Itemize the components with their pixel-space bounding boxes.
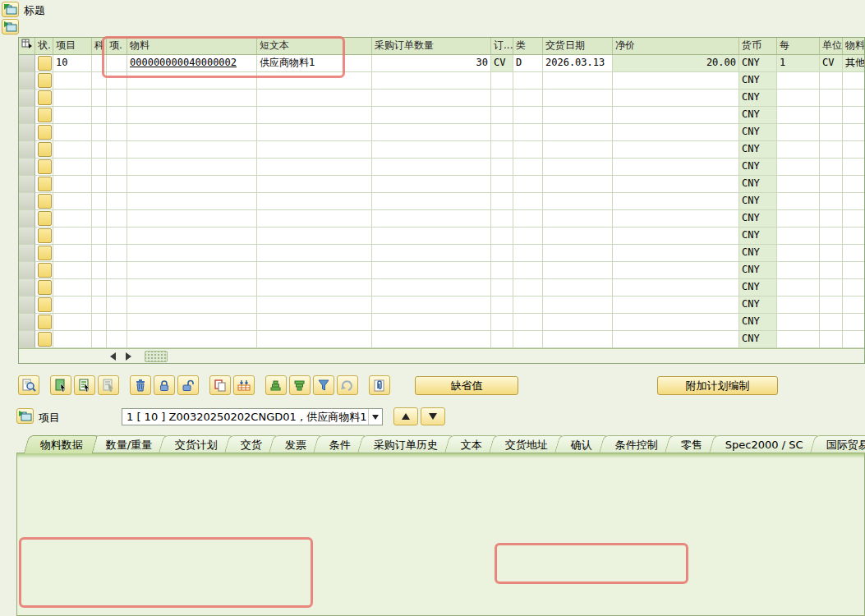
cell-currency[interactable]: CNY xyxy=(739,331,777,348)
status-cell[interactable] xyxy=(35,90,53,107)
cell-oun[interactable] xyxy=(491,262,513,279)
cell-currency[interactable]: CNY xyxy=(739,245,777,262)
cell-item[interactable] xyxy=(53,107,92,124)
cell-del_date[interactable] xyxy=(543,124,613,141)
cell-per[interactable] xyxy=(777,314,820,331)
cell-unit[interactable] xyxy=(820,279,843,297)
next-item-button[interactable] xyxy=(421,407,445,425)
cell-qty[interactable] xyxy=(372,210,491,228)
cell-mat_type[interactable] xyxy=(843,262,865,279)
cell-mat_type[interactable] xyxy=(843,193,865,210)
cell-item[interactable] xyxy=(53,262,92,279)
cell-short_text[interactable] xyxy=(257,193,372,210)
cell-net_price[interactable] xyxy=(613,262,739,279)
status-box[interactable] xyxy=(38,73,52,88)
cell-itm[interactable] xyxy=(107,159,127,176)
status-cell[interactable] xyxy=(35,107,53,124)
cell-material[interactable] xyxy=(127,210,257,228)
cell-oun[interactable] xyxy=(491,331,513,348)
cell-mat_type[interactable] xyxy=(843,228,865,245)
cell-net_price[interactable] xyxy=(613,90,739,107)
cell-itm[interactable] xyxy=(107,107,127,124)
row-select-button[interactable] xyxy=(19,245,35,262)
row-select-button[interactable] xyxy=(19,124,35,141)
cell-acct[interactable] xyxy=(92,245,107,262)
collapse-item-detail-button[interactable] xyxy=(16,408,34,424)
cell-oun[interactable] xyxy=(491,314,513,331)
cell-cat[interactable] xyxy=(513,193,543,210)
cell-unit[interactable] xyxy=(820,245,843,262)
cell-acct[interactable] xyxy=(92,262,107,279)
cell-material[interactable] xyxy=(127,245,257,262)
status-box[interactable] xyxy=(38,228,52,243)
cell-mat_type[interactable]: 其他 xyxy=(843,55,865,72)
cell-cat[interactable] xyxy=(513,72,543,90)
cell-qty[interactable] xyxy=(372,262,491,279)
status-cell[interactable] xyxy=(35,55,53,72)
cell-currency[interactable]: CNY xyxy=(739,228,777,245)
cell-currency[interactable]: CNY xyxy=(739,90,777,107)
cell-del_date[interactable] xyxy=(543,193,613,210)
collapse-header-button[interactable] xyxy=(2,2,19,17)
cell-material[interactable] xyxy=(127,141,257,159)
cell-acct[interactable] xyxy=(92,193,107,210)
cell-item[interactable] xyxy=(53,331,92,348)
status-box[interactable] xyxy=(38,177,52,191)
cell-net_price[interactable]: 20.00 xyxy=(613,55,739,72)
status-box[interactable] xyxy=(38,315,52,329)
cell-per[interactable] xyxy=(777,193,820,210)
cell-currency[interactable]: CNY xyxy=(739,297,777,314)
cell-del_date[interactable] xyxy=(543,314,613,331)
cell-material[interactable] xyxy=(127,314,257,331)
sort-ascending-button[interactable] xyxy=(265,375,287,395)
row-select-button[interactable] xyxy=(19,228,35,245)
cell-short_text[interactable] xyxy=(257,90,372,107)
cell-material[interactable] xyxy=(127,90,257,107)
cell-itm[interactable] xyxy=(107,210,127,228)
cell-mat_type[interactable] xyxy=(843,314,865,331)
cell-cat[interactable] xyxy=(513,176,543,193)
status-box[interactable] xyxy=(38,263,52,278)
status-cell[interactable] xyxy=(35,124,53,141)
material-number-link[interactable]: 000000000040000002 xyxy=(130,57,237,68)
tab-1[interactable]: 物料数据 xyxy=(24,435,98,453)
cell-del_date[interactable] xyxy=(543,141,613,159)
cell-currency[interactable]: CNY xyxy=(739,107,777,124)
row-select-button[interactable] xyxy=(19,159,35,176)
cell-acct[interactable] xyxy=(92,141,107,159)
cell-material[interactable] xyxy=(127,72,257,90)
tab-9[interactable]: 交货地址 xyxy=(489,435,563,453)
row-select-button[interactable] xyxy=(19,279,35,297)
cell-itm[interactable] xyxy=(107,141,127,159)
cell-itm[interactable] xyxy=(107,297,127,314)
cell-qty[interactable] xyxy=(372,90,491,107)
cell-del_date[interactable] xyxy=(543,331,613,348)
cell-material[interactable] xyxy=(127,279,257,297)
tab-11[interactable]: 条件控制 xyxy=(599,435,673,453)
cell-unit[interactable] xyxy=(820,141,843,159)
item-selector-dropdown[interactable]: 1 [ 10 ] Z00320250202CNGD01 , 供应商物料1 xyxy=(122,408,383,425)
cell-material[interactable] xyxy=(127,228,257,245)
cell-short_text[interactable] xyxy=(257,124,372,141)
cell-cat[interactable] xyxy=(513,159,543,176)
column-header-qty[interactable]: 采购订单数量 xyxy=(372,38,491,55)
column-header-item[interactable]: 项目 xyxy=(53,38,92,55)
cell-del_date[interactable] xyxy=(543,90,613,107)
cell-currency[interactable]: CNY xyxy=(739,279,777,297)
cell-per[interactable] xyxy=(777,90,820,107)
cell-currency[interactable]: CNY xyxy=(739,124,777,141)
cell-acct[interactable] xyxy=(92,72,107,90)
status-box[interactable] xyxy=(38,211,52,226)
cell-acct[interactable] xyxy=(92,331,107,348)
cell-cat[interactable] xyxy=(513,331,543,348)
cell-oun[interactable] xyxy=(491,72,513,90)
column-header-status[interactable]: 状. xyxy=(35,38,53,55)
previous-item-button[interactable] xyxy=(393,407,418,425)
cell-oun[interactable] xyxy=(491,228,513,245)
cell-qty[interactable] xyxy=(372,297,491,314)
status-box[interactable] xyxy=(38,297,52,312)
row-select-button[interactable] xyxy=(19,314,35,331)
cell-unit[interactable] xyxy=(820,176,843,193)
cell-per[interactable] xyxy=(777,262,820,279)
cell-itm[interactable] xyxy=(107,90,127,107)
